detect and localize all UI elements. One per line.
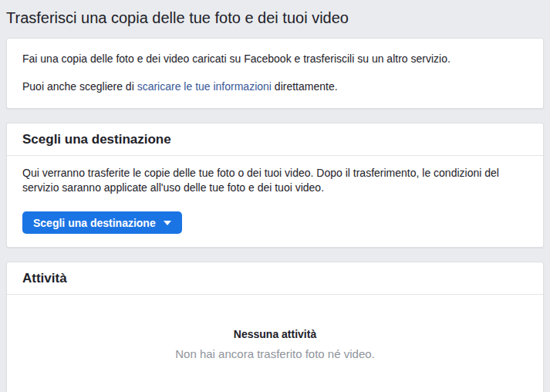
destination-card-title: Scegli una destinazione	[22, 132, 528, 147]
intro-line-2-prefix: Puoi anche scegliere di	[22, 80, 137, 93]
activity-card-header: Attività	[7, 262, 543, 295]
destination-card-header: Scegli una destinazione	[7, 123, 543, 156]
chevron-down-icon	[164, 221, 171, 225]
download-your-information-link[interactable]: scaricare le tue informazioni	[137, 80, 272, 93]
choose-destination-button[interactable]: Scegli una destinazione	[22, 211, 182, 234]
intro-line-1: Fai una copia delle foto e dei video car…	[22, 52, 528, 66]
destination-description: Qui verranno trasferite le copie delle t…	[22, 166, 528, 196]
intro-line-2: Puoi anche scegliere di scaricare le tue…	[22, 79, 528, 94]
activity-card: Attività Nessuna attività Non hai ancora…	[6, 262, 544, 392]
intro-line-2-suffix: direttamente.	[272, 80, 338, 93]
choose-destination-button-label: Scegli una destinazione	[33, 217, 156, 229]
activity-empty-title: Nessuna attività	[175, 328, 375, 340]
destination-card: Scegli una destinazione Qui verranno tra…	[6, 123, 544, 248]
intro-card: Fai una copia delle foto e dei video car…	[6, 38, 544, 109]
activity-card-title: Attività	[22, 271, 528, 286]
settings-page: Trasferisci una copia delle tue foto e d…	[0, 0, 550, 392]
activity-card-body: Nessuna attività Non hai ancora trasferi…	[7, 295, 543, 392]
page-title: Trasferisci una copia delle tue foto e d…	[6, 9, 544, 27]
destination-card-body: Qui verranno trasferite le copie delle t…	[7, 156, 543, 248]
activity-empty-state: Nessuna attività Non hai ancora trasferi…	[175, 328, 375, 360]
activity-empty-subtitle: Non hai ancora trasferito foto né video.	[175, 347, 375, 360]
